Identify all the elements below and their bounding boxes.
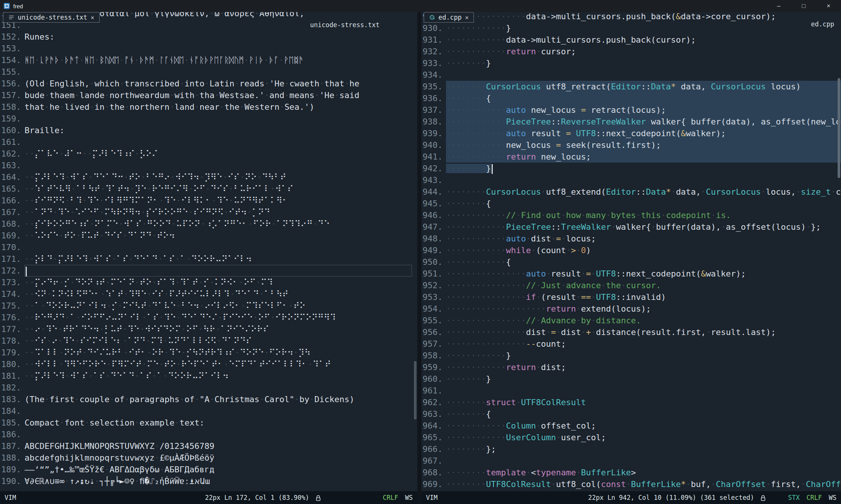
editor-line-190[interactable]: 190.∀∂∈ℝ∧∪≡∞·↑↗↨↻⇣·┐┼╔╘►☺♀·ﬁ�⑀₂ἠḂӥẄɐː⍎אԱ… <box>0 475 417 487</box>
editor-line-947[interactable]: 947.············PieceTree::TreeWalker·wa… <box>421 221 841 233</box>
editor-line-969[interactable]: 969.········UTF8ColResult·utf8_col(const… <box>421 478 841 490</box>
editor-line-960[interactable]: 960.········} <box>421 373 841 385</box>
close-button[interactable]: × <box>816 0 841 12</box>
editor-line-940[interactable]: 940.············new_locus·=·seek(result.… <box>421 139 841 151</box>
editor-line-943[interactable]: 943. <box>421 174 841 186</box>
editor-line-155[interactable]: 155. <box>0 66 417 78</box>
editor-line-154[interactable]: 154.ᚻᛖ·ᚳᚹᚫᚦ·ᚦᚫᛏ·ᚻᛖ·ᛒᚢᛞᛖ·ᚩᚾ·ᚦᚫᛗ·ᛚᚪᚾᛞᛖ·ᚾᚩᚱ… <box>0 54 417 66</box>
editor-line-955[interactable]: 955.················//·Advance·by·distan… <box>421 315 841 326</box>
editor-line-962[interactable]: 962.········struct·UTF8ColResult <box>421 396 841 408</box>
whitespace-indicator[interactable]: WS <box>829 494 836 501</box>
editor-line-180[interactable]: 180.··⠺⠊⠇⠇·⠹⠻⠑⠋⠕⠗⠑·⠏⠻⠍⠊⠞·⠍⠑·⠞⠕·⠗⠑⠏⠑⠁⠞⠂·⠑… <box>0 358 417 370</box>
editor-line-185[interactable]: 185.Compact·font·selection·example·text: <box>0 417 417 429</box>
tab-unicode-stress-txt[interactable]: unicode-stress.txt × <box>3 12 100 23</box>
editor-line-177[interactable]: 177.··⠔·⠹⠑·⠞⠗⠁⠙⠑⠲·⡃⠥⠞·⠹⠑·⠺⠊⠎⠙⠕⠍·⠕⠋·⠳⠗·⠁⠝… <box>0 323 417 335</box>
editor-line-169[interactable]: 169.··⠡⠕⠎⠑·⠞⠕·⠏⠥⠞·⠙⠊⠎·⠙⠁⠝⠙·⠞⠕⠲ <box>0 230 417 241</box>
editor-line-941[interactable]: 941.············return·new_locus; <box>421 151 841 163</box>
editor-line-170[interactable]: 170. <box>0 241 417 253</box>
editor-line-176[interactable]: 176.··⠗⠑⠛⠜⠙·⠁·⠊⠕⠋⠋⠔⠤⠝⠁⠊⠇·⠁⠎·⠹⠑·⠙⠑⠁⠙⠑⠌·⠏⠊… <box>0 312 417 323</box>
editor-line-963[interactable]: 963.········{ <box>421 408 841 420</box>
editor-line-175[interactable]: 175.··⠁·⠙⠕⠕⠗⠤⠝⠁⠊⠇⠲·⡊·⠍⠊⠣⠞·⠙⠁⠧⠑·⠃⠑⠲·⠔⠊⠇⠔⠫… <box>0 300 417 312</box>
editor-line-189[interactable]: 189.–—‘“”„†•…‰™œŠŸž€·ΑΒΓΔΩαβγδω·АБВГДабв… <box>0 464 417 475</box>
editor-line-188[interactable]: 188.abcdefghijklmnopqrstuvwxyz·£©µÀÆÖÞßé… <box>0 452 417 464</box>
editor-line-959[interactable]: 959.············return·dist; <box>421 361 841 373</box>
editor-line-173[interactable]: 173.··⡍⠔⠙⠖·⡊·⠙⠕⠝⠰⠞·⠍⠑⠁⠝·⠞⠕·⠎⠁⠹·⠹⠁⠞·⡊·⠅⠝⠪… <box>0 277 417 288</box>
editor-line-167[interactable]: 167.··⠁⠝⠙·⠹⠑·⠡⠊⠑⠋·⠍⠳⠗⠝⠻⠲·⡎⠊⠗⠕⠕⠛⠑·⠎⠊⠛⠝⠫·⠊… <box>0 206 417 218</box>
editor-line-168[interactable]: 168.··⡎⠊⠗⠕⠕⠛⠑⠰⠎·⠝⠁⠍⠑·⠺⠁⠎·⠛⠕⠕⠙·⠥⠏⠕⠝·⠰⡡⠁⠝⠛… <box>0 218 417 230</box>
editor-line-949[interactable]: 949.············while·(count·>·0) <box>421 244 841 256</box>
editor-line-930[interactable]: 930.············} <box>421 22 841 34</box>
editor-line-160[interactable]: 160.Braille: <box>0 124 417 136</box>
editor-line-952[interactable]: 952.················//·Just·advance·the·… <box>421 280 841 291</box>
editor-line-186[interactable]: 186. <box>0 429 417 440</box>
editor-line-172[interactable]: 172. <box>0 265 417 277</box>
whitespace-indicator[interactable]: WS <box>405 494 413 501</box>
editor-line-183[interactable]: 183.(The·first·couple·of·paragraphs·of·"… <box>0 393 417 405</box>
editor-line-951[interactable]: 951.················auto·result·=·UTF8::… <box>421 268 841 280</box>
editor-line-166[interactable]: 166.··⠎⠊⠛⠝⠫·⠃⠹·⠹⠑·⠊⠇⠻⠛⠹⠍⠁⠝⠂·⠹⠑·⠊⠇⠻⠅⠂·⠹⠑·… <box>0 195 417 206</box>
editor-line-178[interactable]: 178.··⠊⠎·⠔·⠹⠑·⠎⠊⠍⠊⠇⠑⠆·⠁⠝⠙·⠍⠹·⠥⠝⠙⠁⠇⠇⠪⠫·⠙⠁… <box>0 335 417 347</box>
editor-line-948[interactable]: 948.············auto·dist·=·locus; <box>421 233 841 244</box>
editor-line-165[interactable]: 165.··⠱⠁⠞⠑⠧⠻·⠁⠃⠳⠞·⠹⠁⠞⠲·⡹⠑·⠗⠑⠛⠊⠌⠻·⠕⠋·⠙⠊⠎·… <box>0 183 417 195</box>
editor-line-954[interactable]: 954.····················return·extend(lo… <box>421 303 841 315</box>
editor-line-181[interactable]: 181.··⡍⠜⠇⠑⠹·⠺⠁⠎·⠁⠎·⠙⠑⠁⠙·⠁⠎·⠁·⠙⠕⠕⠗⠤⠝⠁⠊⠇⠲ <box>0 370 417 382</box>
editor-line-964[interactable]: 964.············Column·offset_col; <box>421 420 841 432</box>
editor-line-957[interactable]: 957.················--count; <box>421 338 841 350</box>
editor-line-933[interactable]: 933.········} <box>421 57 841 69</box>
maximize-button[interactable]: □ <box>791 0 816 12</box>
editor-line-937[interactable]: 937.············auto·new_locus·=·retract… <box>421 104 841 116</box>
tab-close-icon[interactable]: × <box>465 14 469 21</box>
editor-line-174[interactable]: 174.··⠪⠝·⠅⠝⠪⠇⠫⠛⠑⠂·⠱⠁⠞·⠹⠻⠑·⠊⠎·⠏⠜⠞⠊⠊⠥⠇⠜⠇⠹·… <box>0 288 417 300</box>
minimize-button[interactable]: – <box>766 0 791 12</box>
editor-line-934[interactable]: 934. <box>421 69 841 81</box>
editor-line-164[interactable]: 164.··⡍⠜⠇⠑⠹·⠺⠁⠎·⠙⠑⠁⠙⠒·⠞⠕·⠃⠑⠛⠔·⠺⠊⠹⠲·⡹⠻⠑·⠊… <box>0 171 417 183</box>
editor-line-956[interactable]: 956.················dist·=·dist·+·distan… <box>421 326 841 338</box>
editor-line-187[interactable]: 187.ABCDEFGHIJKLMNOPQRSTUVWXYZ·/01234567… <box>0 440 417 452</box>
editor-line-171[interactable]: 171.··⡕⠇⠙·⡍⠜⠇⠑⠹·⠺⠁⠎·⠁⠎·⠙⠑⠁⠙·⠁⠎·⠁·⠙⠕⠕⠗⠤⠝⠁… <box>0 253 417 265</box>
editor-line-162[interactable]: 162.··⡌⠁⠧⠑·⠼⠁⠒··⡍⠜⠇⠑⠹⠰⠎·⡣⠕⠌ <box>0 148 417 160</box>
tab-close-icon[interactable]: × <box>91 14 94 21</box>
editor-line-936[interactable]: 936.········{ <box>421 92 841 104</box>
left-scrollbar-thumb[interactable] <box>414 361 417 419</box>
editor-line-931[interactable]: 931.············data->multi_cursors.push… <box>421 34 841 46</box>
editor-line-938[interactable]: 938.············PieceTree::ReverseTreeWa… <box>421 116 841 128</box>
editor-line-929[interactable]: 929.················data->multi_cursors.… <box>421 12 841 22</box>
editor-line-153[interactable]: 153. <box>0 43 417 54</box>
editor-line-966[interactable]: 966.········}; <box>421 443 841 455</box>
editor-line-159[interactable]: 159. <box>0 113 417 124</box>
editor-line-184[interactable]: 184. <box>0 405 417 417</box>
vim-mode-indicator[interactable]: VIM <box>426 494 438 501</box>
editor-line-935[interactable]: 935.········CursorLocus·utf8_retract(Edi… <box>421 81 841 92</box>
editor-line-158[interactable]: 158.that·he·lived·in·the·northern·land·n… <box>0 101 417 113</box>
editor-line-942[interactable]: 942.········} <box>421 163 841 174</box>
pane-divider[interactable] <box>417 12 421 504</box>
editor-line-156[interactable]: 156.(Old·English,·which·transcribed·into… <box>0 78 417 89</box>
editor-line-152[interactable]: 152.Runes: <box>0 31 417 43</box>
tab-ed-cpp[interactable]: ed.cpp × <box>424 12 474 23</box>
vim-mode-indicator[interactable]: VIM <box>5 494 16 501</box>
editor-line-179[interactable]: 179.··⠩⠁⠇⠇·⠝⠕⠞·⠙⠊⠌⠥⠗⠃·⠊⠞⠂·⠕⠗·⠹⠑·⡊⠳⠝⠞⠗⠹⠰⠎… <box>0 347 417 358</box>
editor-line-950[interactable]: 950.············{ <box>421 256 841 268</box>
line-number: 175. <box>0 300 21 312</box>
editor-line-182[interactable]: 182. <box>0 382 417 393</box>
editor-line-939[interactable]: 939.············auto·result·=·UTF8::next… <box>421 128 841 139</box>
editor-line-944[interactable]: 944.········CursorLocus·utf8_extend(Edit… <box>421 186 841 198</box>
editor-line-967[interactable]: 967. <box>421 455 841 467</box>
eol-indicator[interactable]: CRLF <box>807 494 822 501</box>
lock-icon[interactable] <box>315 494 322 501</box>
editor-line-953[interactable]: 953.················if·(result·==·UTF8::… <box>421 291 841 303</box>
editor-line-161[interactable]: 161. <box>0 136 417 148</box>
lock-icon[interactable] <box>760 494 767 501</box>
editor-line-157[interactable]: 157.bude·thaem·lande·northweardum·with·t… <box>0 89 417 101</box>
editor-line-946[interactable]: 946.············//·Find·out·how·many·byt… <box>421 209 841 221</box>
eol-indicator[interactable]: CRLF <box>383 494 398 501</box>
editor-line-958[interactable]: 958.············} <box>421 350 841 361</box>
editor-line-945[interactable]: 945.········{ <box>421 198 841 209</box>
editor-line-961[interactable]: 961. <box>421 385 841 396</box>
right-scrollbar-thumb[interactable] <box>838 78 840 178</box>
editor-line-163[interactable]: 163. <box>0 160 417 171</box>
editor-line-968[interactable]: 968.········template·<typename·BufferLik… <box>421 467 841 478</box>
encoding-indicator[interactable]: STX <box>788 494 800 501</box>
editor-line-932[interactable]: 932.············return·cursor; <box>421 46 841 57</box>
editor-line-965[interactable]: 965.············UserColumn·user_col; <box>421 432 841 443</box>
